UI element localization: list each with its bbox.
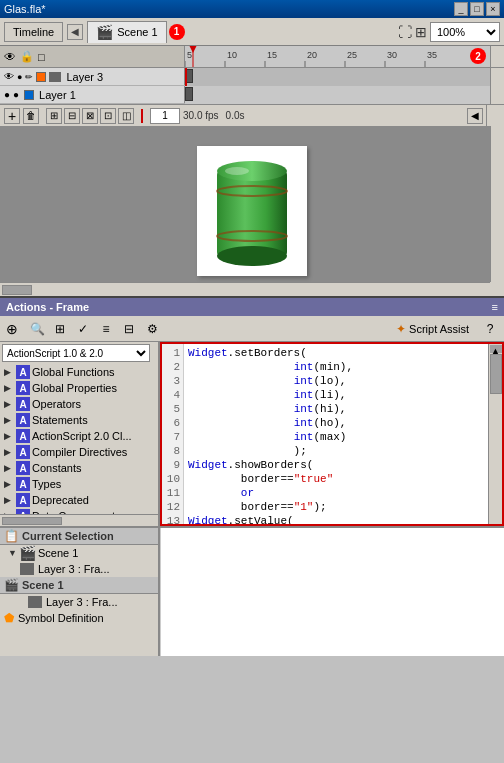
ln-2: 2 — [162, 360, 183, 374]
canvas-vscrollbar[interactable] — [490, 126, 504, 282]
frame-tool-4[interactable]: ⊡ — [100, 108, 116, 124]
debug-btn[interactable]: ⊟ — [119, 319, 139, 339]
maximize-button[interactable]: □ — [470, 2, 484, 16]
code-content[interactable]: Widget.setBorders( int(min), int(lo), in… — [184, 344, 488, 524]
scroll-corner — [490, 282, 504, 296]
playhead-indicator — [141, 109, 143, 123]
code-line-3: int(lo), — [188, 374, 484, 388]
tree-label-st: Statements — [32, 414, 88, 426]
back-arrow[interactable]: ◀ — [67, 24, 83, 40]
code-line-10: border=="true" — [188, 472, 484, 486]
tree-arrow-gf: ▶ — [4, 367, 14, 377]
add-statement-btn[interactable]: ⊕ — [4, 319, 24, 339]
tree-icon-op: A — [16, 397, 30, 411]
frame-tool-5[interactable]: ◫ — [118, 108, 134, 124]
frame-number-input[interactable] — [150, 108, 180, 124]
bottom-layer3-item1[interactable]: Layer 3 : Fra... — [0, 561, 158, 577]
tree-item-constants[interactable]: ▶ A Constants — [0, 460, 158, 476]
auto-format-btn[interactable]: ≡ — [96, 319, 116, 339]
tree-item-statements[interactable]: ▶ A Statements — [0, 412, 158, 428]
tree-icon-gp: A — [16, 381, 30, 395]
vscroll-thumb[interactable] — [490, 354, 502, 394]
toolbar-scrollbar — [486, 105, 500, 127]
code-line-12: border=="1"); — [188, 500, 484, 514]
tree-arrow-dep: ▶ — [4, 495, 14, 505]
window-title: Glas.fla* — [4, 3, 46, 15]
svg-text:⊕: ⊕ — [6, 321, 18, 337]
ln-3: 3 — [162, 374, 183, 388]
layer-controls: 👁 🔒 □ — [0, 46, 185, 67]
tree-item-compiler[interactable]: ▶ A Compiler Directives — [0, 444, 158, 460]
svg-point-21 — [225, 167, 249, 175]
code-line-6: int(ho), — [188, 416, 484, 430]
code-line-9: Widget.showBorders( — [188, 458, 484, 472]
layer-1-name[interactable]: ● ● Layer 1 — [0, 86, 185, 103]
window-controls: _ □ × — [454, 2, 500, 16]
code-line-13: Widget.setValue( — [188, 514, 484, 524]
check-syntax-btn[interactable]: ✓ — [73, 319, 93, 339]
actions-bottom-section: 📋 Current Selection ▼ 🎬 Scene 1 Layer 3 … — [0, 526, 504, 656]
tree-label-op: Operators — [32, 398, 81, 410]
tree-arrow-op: ▶ — [4, 399, 14, 409]
actionscript-version-select[interactable]: ActionScript 1.0 & 2.0 — [2, 344, 150, 362]
prev-frame-btn[interactable]: ◀ — [467, 108, 483, 124]
add-layer-btn[interactable]: + — [4, 108, 20, 124]
timeline-button[interactable]: Timeline — [4, 22, 63, 42]
tree-item-deprecated[interactable]: ▶ A Deprecated — [0, 492, 158, 508]
code-line-2: int(min), — [188, 360, 484, 374]
code-editor-vscrollbar[interactable]: ▲ — [488, 344, 502, 524]
layer1-color — [24, 90, 34, 100]
canvas-hscrollbar[interactable] — [0, 282, 490, 296]
ln-8: 8 — [162, 444, 183, 458]
svg-text:20: 20 — [307, 50, 317, 60]
tree-item-operators[interactable]: ▶ A Operators — [0, 396, 158, 412]
tree-item-global-functions[interactable]: ▶ A Global Functions — [0, 364, 158, 380]
edit-icon-layer3: ✏ — [25, 72, 33, 82]
delete-layer-btn[interactable]: 🗑 — [23, 108, 39, 124]
current-selection-icon: 📋 — [4, 529, 19, 543]
insert-target-btn[interactable]: ⊞ — [50, 319, 70, 339]
tree-item-global-props[interactable]: ▶ A Global Properties — [0, 380, 158, 396]
layer3-frames[interactable] — [185, 68, 490, 86]
frame-tools: ⊞ ⊟ ⊠ ⊡ ◫ — [46, 108, 134, 124]
bottom-scene1-item[interactable]: ▼ 🎬 Scene 1 — [0, 545, 158, 561]
frame-tool-1[interactable]: ⊞ — [46, 108, 62, 124]
script-assist-btn[interactable]: ✦ Script Assist — [392, 320, 473, 338]
ln-9: 9 — [162, 458, 183, 472]
find-btn[interactable]: 🔍 — [27, 319, 47, 339]
layer1-frames[interactable] — [185, 86, 490, 104]
tree-label-cd: Compiler Directives — [32, 446, 127, 458]
canvas-stage[interactable] — [197, 146, 307, 276]
layer-3-name[interactable]: 👁 ● ✏ Layer 3 — [0, 68, 185, 85]
right-code-pane: 1 2 3 4 5 6 7 8 9 10 11 12 13 14 15 16 1 — [160, 342, 504, 526]
help-btn[interactable]: ? — [480, 319, 500, 339]
actions-menu-icon[interactable]: ≡ — [492, 301, 498, 313]
title-bar: Glas.fla* _ □ × — [0, 0, 504, 18]
frame-tool-2[interactable]: ⊟ — [64, 108, 80, 124]
tree-item-types[interactable]: ▶ A Types — [0, 476, 158, 492]
tree-icon-ty: A — [16, 477, 30, 491]
zoom-select[interactable]: 100% 50% 200% — [430, 22, 500, 42]
fps-label: 30.0 fps — [183, 110, 219, 121]
tree-label-as2: ActionScript 2.0 Cl... — [32, 430, 132, 442]
actions-title: Actions - Frame — [6, 301, 89, 313]
scene1-label: Scene 1 — [38, 547, 78, 559]
minimize-button[interactable]: _ — [454, 2, 468, 16]
frame-tool-3[interactable]: ⊠ — [82, 108, 98, 124]
symbol-def-item[interactable]: ⬟ Symbol Definition — [0, 610, 158, 626]
tree-item-as2cl[interactable]: ▶ A ActionScript 2.0 Cl... — [0, 428, 158, 444]
tree-hscrollbar[interactable] — [0, 514, 158, 526]
svg-rect-16 — [217, 171, 287, 256]
bottom-code-area[interactable] — [160, 528, 504, 656]
code-line-11: or — [188, 486, 484, 500]
time-label: 0.0s — [226, 110, 245, 121]
tree-arrow-cd: ▶ — [4, 447, 14, 457]
bottom-layer3-item2[interactable]: Layer 3 : Fra... — [0, 594, 158, 610]
scene1-arrow: ▼ — [8, 548, 17, 558]
scene-tab[interactable]: 🎬 Scene 1 — [87, 21, 166, 43]
close-button[interactable]: × — [486, 2, 500, 16]
ln-13: 13 — [162, 514, 183, 526]
collapse-btn[interactable]: ⚙ — [142, 319, 162, 339]
eye-icon: 👁 — [4, 50, 16, 64]
vscroll-top-btn[interactable]: ▲ — [490, 345, 502, 353]
